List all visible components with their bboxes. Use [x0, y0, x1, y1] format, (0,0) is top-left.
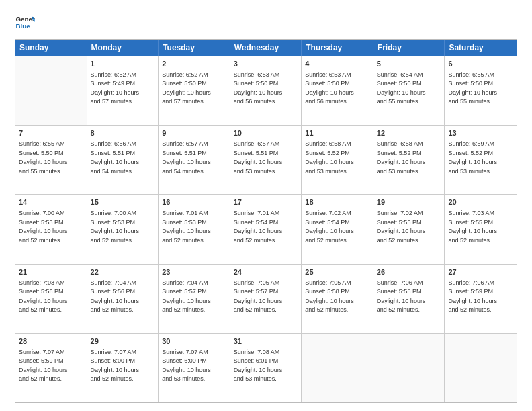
day-info: Sunrise: 7:00 AM Sunset: 5:53 PM Dayligh…	[19, 209, 83, 245]
calendar-cell: 2Sunrise: 6:52 AM Sunset: 5:50 PM Daylig…	[159, 56, 230, 125]
day-info: Sunrise: 6:52 AM Sunset: 5:49 PM Dayligh…	[91, 71, 155, 107]
day-number: 19	[377, 197, 441, 208]
calendar-cell: 5Sunrise: 6:54 AM Sunset: 5:50 PM Daylig…	[373, 56, 445, 125]
day-info: Sunrise: 6:57 AM Sunset: 5:51 PM Dayligh…	[234, 140, 298, 176]
day-info: Sunrise: 7:07 AM Sunset: 6:00 PM Dayligh…	[91, 348, 155, 384]
calendar-cell: 10Sunrise: 6:57 AM Sunset: 5:51 PM Dayli…	[230, 126, 302, 194]
day-number: 31	[234, 336, 298, 347]
calendar-cell: 28Sunrise: 7:07 AM Sunset: 5:59 PM Dayli…	[15, 334, 87, 402]
calendar-cell: 1Sunrise: 6:52 AM Sunset: 5:49 PM Daylig…	[87, 56, 159, 125]
calendar-cell: 18Sunrise: 7:02 AM Sunset: 5:54 PM Dayli…	[302, 195, 373, 263]
day-info: Sunrise: 7:01 AM Sunset: 5:54 PM Dayligh…	[234, 209, 298, 245]
day-number: 9	[162, 128, 226, 139]
day-info: Sunrise: 6:58 AM Sunset: 5:52 PM Dayligh…	[305, 140, 369, 176]
calendar-row-5: 28Sunrise: 7:07 AM Sunset: 5:59 PM Dayli…	[15, 333, 517, 402]
calendar-cell: 26Sunrise: 7:06 AM Sunset: 5:58 PM Dayli…	[373, 265, 445, 333]
day-info: Sunrise: 7:03 AM Sunset: 5:55 PM Dayligh…	[448, 209, 513, 245]
day-number: 27	[448, 267, 513, 278]
day-info: Sunrise: 6:55 AM Sunset: 5:50 PM Dayligh…	[19, 140, 83, 176]
calendar-cell: 11Sunrise: 6:58 AM Sunset: 5:52 PM Dayli…	[302, 126, 373, 194]
calendar-cell: 8Sunrise: 6:56 AM Sunset: 5:51 PM Daylig…	[87, 126, 159, 194]
day-info: Sunrise: 6:58 AM Sunset: 5:52 PM Dayligh…	[377, 140, 441, 176]
weekday-header-saturday: Saturday	[445, 40, 517, 56]
header: General Blue	[15, 12, 517, 32]
calendar-cell: 13Sunrise: 6:59 AM Sunset: 5:52 PM Dayli…	[445, 126, 517, 194]
day-info: Sunrise: 6:56 AM Sunset: 5:51 PM Dayligh…	[91, 140, 155, 176]
logo: General Blue	[15, 12, 35, 32]
calendar-cell: 16Sunrise: 7:01 AM Sunset: 5:53 PM Dayli…	[159, 195, 230, 263]
calendar-body: 1Sunrise: 6:52 AM Sunset: 5:49 PM Daylig…	[15, 56, 517, 402]
day-info: Sunrise: 7:01 AM Sunset: 5:53 PM Dayligh…	[162, 209, 226, 245]
weekday-header-friday: Friday	[373, 40, 445, 56]
day-info: Sunrise: 7:02 AM Sunset: 5:54 PM Dayligh…	[305, 209, 369, 245]
calendar-cell: 31Sunrise: 7:08 AM Sunset: 6:01 PM Dayli…	[230, 334, 302, 402]
day-info: Sunrise: 7:06 AM Sunset: 5:59 PM Dayligh…	[448, 279, 513, 315]
day-info: Sunrise: 7:02 AM Sunset: 5:55 PM Dayligh…	[377, 209, 441, 245]
page: General Blue SundayMondayTuesdayWednesda…	[0, 0, 532, 411]
weekday-header-wednesday: Wednesday	[230, 40, 302, 56]
day-info: Sunrise: 7:05 AM Sunset: 5:58 PM Dayligh…	[305, 279, 369, 315]
day-number: 29	[91, 336, 155, 347]
day-info: Sunrise: 7:04 AM Sunset: 5:57 PM Dayligh…	[162, 279, 226, 315]
day-number: 22	[91, 267, 155, 278]
day-number: 4	[305, 59, 369, 70]
weekday-header-monday: Monday	[87, 40, 159, 56]
day-number: 7	[19, 128, 83, 139]
calendar-row-1: 1Sunrise: 6:52 AM Sunset: 5:49 PM Daylig…	[15, 56, 517, 125]
calendar-cell	[445, 334, 517, 402]
calendar-cell: 30Sunrise: 7:07 AM Sunset: 6:00 PM Dayli…	[159, 334, 230, 402]
calendar-row-4: 21Sunrise: 7:03 AM Sunset: 5:56 PM Dayli…	[15, 264, 517, 333]
day-info: Sunrise: 7:07 AM Sunset: 6:00 PM Dayligh…	[162, 348, 226, 384]
day-info: Sunrise: 6:57 AM Sunset: 5:51 PM Dayligh…	[162, 140, 226, 176]
day-info: Sunrise: 6:59 AM Sunset: 5:52 PM Dayligh…	[448, 140, 513, 176]
calendar-cell: 27Sunrise: 7:06 AM Sunset: 5:59 PM Dayli…	[445, 265, 517, 333]
day-info: Sunrise: 6:52 AM Sunset: 5:50 PM Dayligh…	[162, 71, 226, 107]
calendar-cell: 17Sunrise: 7:01 AM Sunset: 5:54 PM Dayli…	[230, 195, 302, 263]
weekday-header-sunday: Sunday	[15, 40, 87, 56]
day-number: 1	[91, 59, 155, 70]
day-number: 10	[234, 128, 298, 139]
day-info: Sunrise: 6:55 AM Sunset: 5:50 PM Dayligh…	[448, 71, 513, 107]
day-info: Sunrise: 7:00 AM Sunset: 5:53 PM Dayligh…	[91, 209, 155, 245]
day-number: 6	[448, 59, 513, 70]
calendar-cell: 23Sunrise: 7:04 AM Sunset: 5:57 PM Dayli…	[159, 265, 230, 333]
calendar-header: SundayMondayTuesdayWednesdayThursdayFrid…	[15, 40, 517, 56]
day-number: 24	[234, 267, 298, 278]
calendar-cell: 20Sunrise: 7:03 AM Sunset: 5:55 PM Dayli…	[445, 195, 517, 263]
calendar-cell: 4Sunrise: 6:53 AM Sunset: 5:50 PM Daylig…	[302, 56, 373, 125]
day-number: 28	[19, 336, 83, 347]
day-number: 30	[162, 336, 226, 347]
day-number: 14	[19, 197, 83, 208]
calendar-cell	[373, 334, 445, 402]
day-number: 13	[448, 128, 513, 139]
day-number: 2	[162, 59, 226, 70]
logo-icon: General Blue	[15, 12, 35, 32]
calendar-cell: 25Sunrise: 7:05 AM Sunset: 5:58 PM Dayli…	[302, 265, 373, 333]
day-number: 20	[448, 197, 513, 208]
calendar-cell	[15, 56, 87, 125]
day-info: Sunrise: 6:54 AM Sunset: 5:50 PM Dayligh…	[377, 71, 441, 107]
calendar-cell: 9Sunrise: 6:57 AM Sunset: 5:51 PM Daylig…	[159, 126, 230, 194]
svg-text:Blue: Blue	[16, 22, 31, 30]
calendar-row-3: 14Sunrise: 7:00 AM Sunset: 5:53 PM Dayli…	[15, 194, 517, 263]
calendar-cell: 21Sunrise: 7:03 AM Sunset: 5:56 PM Dayli…	[15, 265, 87, 333]
day-number: 8	[91, 128, 155, 139]
day-info: Sunrise: 7:03 AM Sunset: 5:56 PM Dayligh…	[19, 279, 83, 315]
day-number: 11	[305, 128, 369, 139]
weekday-header-thursday: Thursday	[302, 40, 373, 56]
calendar-cell: 7Sunrise: 6:55 AM Sunset: 5:50 PM Daylig…	[15, 126, 87, 194]
calendar-cell: 24Sunrise: 7:05 AM Sunset: 5:57 PM Dayli…	[230, 265, 302, 333]
calendar-cell: 6Sunrise: 6:55 AM Sunset: 5:50 PM Daylig…	[445, 56, 517, 125]
calendar-cell: 3Sunrise: 6:53 AM Sunset: 5:50 PM Daylig…	[230, 56, 302, 125]
day-info: Sunrise: 7:06 AM Sunset: 5:58 PM Dayligh…	[377, 279, 441, 315]
day-number: 15	[91, 197, 155, 208]
day-info: Sunrise: 7:05 AM Sunset: 5:57 PM Dayligh…	[234, 279, 298, 315]
calendar-cell: 15Sunrise: 7:00 AM Sunset: 5:53 PM Dayli…	[87, 195, 159, 263]
calendar-cell: 29Sunrise: 7:07 AM Sunset: 6:00 PM Dayli…	[87, 334, 159, 402]
calendar-cell: 14Sunrise: 7:00 AM Sunset: 5:53 PM Dayli…	[15, 195, 87, 263]
calendar-row-2: 7Sunrise: 6:55 AM Sunset: 5:50 PM Daylig…	[15, 125, 517, 194]
day-info: Sunrise: 7:07 AM Sunset: 5:59 PM Dayligh…	[19, 348, 83, 384]
day-number: 17	[234, 197, 298, 208]
calendar-cell	[302, 334, 373, 402]
day-number: 23	[162, 267, 226, 278]
